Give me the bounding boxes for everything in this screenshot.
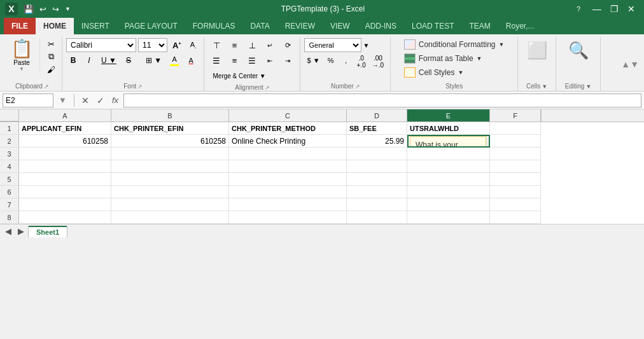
font-expand-icon[interactable]: ↗ [137,83,143,90]
cell-b1[interactable]: CHK_PRINTER_EFIN [111,122,229,135]
tab-user[interactable]: Royer,... [498,18,542,34]
merge-center-btn[interactable]: Merge & Center ▼ [208,69,270,83]
cell-c8[interactable] [229,211,347,224]
tab-insert[interactable]: INSERT [74,18,117,34]
close-btn[interactable]: ✕ [624,3,639,15]
number-expand-icon[interactable]: ↗ [355,83,360,90]
cell-f4[interactable] [490,160,541,173]
tab-home[interactable]: HOME [36,18,74,34]
col-header-f[interactable]: F [490,109,541,121]
col-header-a[interactable]: A [19,109,111,121]
col-header-b[interactable]: B [111,109,229,121]
cell-b4[interactable] [111,160,229,173]
cell-a6[interactable] [19,186,111,198]
cell-a2[interactable]: 610258 [19,135,111,148]
cell-f5[interactable] [490,173,541,186]
bottom-align-btn[interactable]: ⊥ [244,38,260,52]
left-align-btn[interactable]: ☰ [208,53,225,67]
middle-align-btn[interactable]: ≡ [226,38,242,52]
number-format-select[interactable]: General [304,38,361,52]
tab-view[interactable]: VIEW [323,18,358,34]
underline-button[interactable]: U ▼ [98,53,120,67]
cut-button[interactable]: ✂ [44,38,58,50]
font-color-button[interactable]: A [184,53,198,67]
tab-page-layout[interactable]: PAGE LAYOUT [117,18,185,34]
minimize-btn[interactable]: — [589,3,605,15]
cell-c1[interactable]: CHK_PRINTER_METHOD [229,122,347,135]
ribbon-scroll-left-btn[interactable]: ▼ [630,59,639,69]
cell-e8[interactable] [407,211,490,224]
cells-expand-icon[interactable]: ▼ [542,83,547,90]
wrap-text-btn[interactable]: ↵ [262,38,278,52]
cell-ref-dropdown-btn[interactable]: ▼ [56,95,69,105]
cell-c5[interactable] [229,173,347,186]
clipboard-expand-icon[interactable]: ↗ [44,83,49,90]
cell-d8[interactable] [347,211,407,224]
decimal-decrease-btn[interactable]: .00→.0 [370,53,386,67]
cell-c6[interactable] [229,186,347,198]
row-num-8[interactable]: 8 [0,211,19,224]
cell-c4[interactable] [229,160,347,173]
cell-e4[interactable] [407,160,490,173]
tab-review[interactable]: REVIEW [277,18,323,34]
currency-btn[interactable]: $ ▼ [304,53,322,67]
tab-formulas[interactable]: FORMULAS [185,18,243,34]
cell-e7[interactable] [407,198,490,211]
redo-btn[interactable]: ↪ [50,4,61,15]
paste-button[interactable]: 📋 Paste ▼ [6,38,37,71]
font-shrink-btn[interactable]: A- [186,38,200,52]
percent-btn[interactable]: % [324,53,338,67]
right-align-btn[interactable]: ☰ [244,53,260,67]
font-size-select[interactable]: 11 [138,38,167,52]
row-num-1[interactable]: 1 [0,122,19,135]
cell-a3[interactable] [19,148,111,160]
cell-b8[interactable] [111,211,229,224]
row-num-5[interactable]: 5 [0,173,19,186]
format-painter-button[interactable]: 🖌 [44,64,58,75]
orientation-btn[interactable]: ⟳ [279,38,296,52]
cell-d7[interactable] [347,198,407,211]
tab-data[interactable]: DATA [242,18,277,34]
cell-c2[interactable]: Online Check Printing [229,135,347,148]
tab-add-ins[interactable]: ADD-INS [358,18,404,34]
cell-a1[interactable]: APPLICANT_EFIN [19,122,111,135]
cell-e3[interactable] [407,148,490,160]
ribbon-scroll-right-btn[interactable]: ▲ [621,59,630,69]
cell-b3[interactable] [111,148,229,160]
font-family-select[interactable]: Calibri [66,38,136,52]
tab-load-test[interactable]: LOAD TEST [404,18,461,34]
tab-team[interactable]: TEAM [461,18,498,34]
cell-c3[interactable] [229,148,347,160]
undo-btn[interactable]: ↩ [38,4,48,15]
row-num-2[interactable]: 2 [0,135,19,148]
select-all-corner[interactable] [0,109,19,121]
prev-sheet-btn[interactable]: ◀ [3,225,14,237]
cell-b6[interactable] [111,186,229,198]
cell-e2[interactable]: What is yourTransmission Fee? [407,135,490,148]
cell-b2[interactable]: 610258 [111,135,229,148]
border-button[interactable]: ⊞ ▼ [143,53,165,67]
cell-e6[interactable] [407,186,490,198]
strikethrough-button[interactable]: S [122,53,136,67]
col-header-d[interactable]: D [347,109,407,121]
cell-c7[interactable] [229,198,347,211]
cell-d3[interactable] [347,148,407,160]
cancel-formula-btn[interactable]: ✕ [79,95,92,106]
top-align-btn[interactable]: ⊤ [208,38,225,52]
sheet-tab-1[interactable]: Sheet1 [28,226,67,237]
alignment-expand-icon[interactable]: ↗ [265,85,270,91]
save-quick-btn[interactable]: 💾 [22,4,36,15]
copy-button[interactable]: ⧉ [44,51,58,62]
decimal-increase-btn[interactable]: .0+.0 [354,53,368,67]
cell-f3[interactable] [490,148,541,160]
col-header-c[interactable]: C [229,109,347,121]
cell-f7[interactable] [490,198,541,211]
help-btn[interactable]: ? [573,4,584,14]
center-btn[interactable]: ≡ [226,53,242,67]
editing-expand-icon[interactable]: ▼ [585,83,591,90]
row-num-4[interactable]: 4 [0,160,19,173]
next-sheet-btn[interactable]: ▶ [15,225,27,237]
cell-e5[interactable] [407,173,490,186]
row-num-7[interactable]: 7 [0,198,19,211]
confirm-formula-btn[interactable]: ✓ [94,95,107,106]
